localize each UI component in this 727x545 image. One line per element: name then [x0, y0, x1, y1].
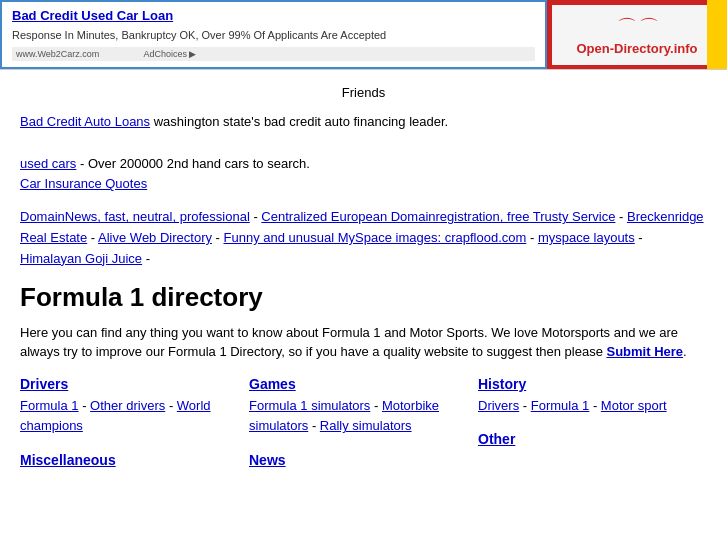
news-category[interactable]: News	[249, 452, 468, 468]
main-content: Friends Bad Credit Auto Loans washington…	[0, 70, 727, 482]
sep: -	[593, 398, 601, 413]
sep: -	[374, 398, 382, 413]
friends-links-block: Bad Credit Auto Loans washington state's…	[20, 112, 707, 195]
open-dir-name: Open-Directory.info	[576, 41, 697, 56]
sep7: -	[146, 251, 150, 266]
sep5: -	[530, 230, 538, 245]
friends-heading: Friends	[20, 85, 707, 100]
motor-sport-link[interactable]: Motor sport	[601, 398, 667, 413]
formula1-drivers-link[interactable]: Formula 1	[20, 398, 79, 413]
page-title: Formula 1 directory	[20, 282, 707, 313]
games-column: Games Formula 1 simulators - Motorbike s…	[249, 376, 478, 473]
centralized-european-link[interactable]: Centralized European Domainregistration,…	[261, 209, 615, 224]
history-column: History Drivers - Formula 1 - Motor spor…	[478, 376, 707, 473]
drivers-category[interactable]: Drivers	[20, 376, 239, 392]
myspace-layouts-link[interactable]: myspace layouts	[538, 230, 635, 245]
separator-links-block: DomainNews, fast, neutral, professional …	[20, 207, 707, 269]
adchoices-label[interactable]: AdChoices	[143, 49, 187, 59]
alive-web-directory-link[interactable]: Alive Web Directory	[98, 230, 212, 245]
formula1-simulators-link[interactable]: Formula 1 simulators	[249, 398, 370, 413]
period: .	[683, 344, 687, 359]
sep3: -	[91, 230, 98, 245]
bad-credit-auto-loans-link[interactable]: Bad Credit Auto Loans	[20, 114, 150, 129]
history-category[interactable]: History	[478, 376, 697, 392]
games-links: Formula 1 simulators - Motorbike simulat…	[249, 396, 468, 438]
goji-juice-link[interactable]: Himalayan Goji Juice	[20, 251, 142, 266]
adchoices-arrow: ▶	[189, 49, 196, 59]
ad-bar: Bad Credit Used Car Loan Response In Min…	[0, 0, 727, 70]
used-cars-desc: - Over 200000 2nd hand cars to search.	[80, 156, 310, 171]
sep6: -	[638, 230, 642, 245]
sep2: -	[619, 209, 627, 224]
other-drivers-link[interactable]: Other drivers	[90, 398, 165, 413]
history-drivers-link[interactable]: Drivers	[478, 398, 519, 413]
ad-title-link[interactable]: Bad Credit Used Car Loan	[12, 8, 535, 23]
sep4: -	[216, 230, 224, 245]
yellow-stripe	[707, 0, 727, 69]
directory-grid: Drivers Formula 1 - Other drivers - Worl…	[20, 376, 707, 473]
open-directory-banner: ⌒ ⌒ Open-Directory.info	[552, 5, 722, 65]
bad-credit-auto-desc: washington state's bad credit auto finan…	[154, 114, 448, 129]
drivers-links: Formula 1 - Other drivers - World champi…	[20, 396, 239, 438]
description-text: Here you can find any thing you want to …	[20, 325, 678, 360]
used-cars-link[interactable]: used cars	[20, 156, 76, 171]
swoosh-icon: ⌒ ⌒	[617, 14, 657, 41]
history-formula1-link[interactable]: Formula 1	[531, 398, 590, 413]
miscellaneous-category[interactable]: Miscellaneous	[20, 452, 239, 468]
rally-simulators-link[interactable]: Rally simulators	[320, 418, 412, 433]
games-category[interactable]: Games	[249, 376, 468, 392]
ad-url-choices: www.Web2Carz.com AdChoices ▶	[12, 47, 535, 61]
other-category[interactable]: Other	[478, 431, 697, 447]
history-links: Drivers - Formula 1 - Motor sport	[478, 396, 697, 417]
page-description: Here you can find any thing you want to …	[20, 323, 707, 362]
drivers-column: Drivers Formula 1 - Other drivers - Worl…	[20, 376, 249, 473]
crapflood-link[interactable]: Funny and unusual MySpace images: crapfl…	[224, 230, 527, 245]
ad-description: Response In Minutes, Bankruptcy OK, Over…	[12, 29, 535, 41]
car-insurance-quotes-link[interactable]: Car Insurance Quotes	[20, 176, 147, 191]
sep: -	[523, 398, 531, 413]
sep: -	[312, 418, 320, 433]
domain-news-link[interactable]: DomainNews, fast, neutral, professional	[20, 209, 250, 224]
submit-here-link[interactable]: Submit Here	[607, 344, 684, 359]
ad-left: Bad Credit Used Car Loan Response In Min…	[0, 0, 547, 69]
sep: -	[82, 398, 90, 413]
ad-banner-right: ⌒ ⌒ Open-Directory.info	[547, 0, 727, 69]
ad-url: www.Web2Carz.com	[16, 49, 99, 59]
sep: -	[169, 398, 177, 413]
